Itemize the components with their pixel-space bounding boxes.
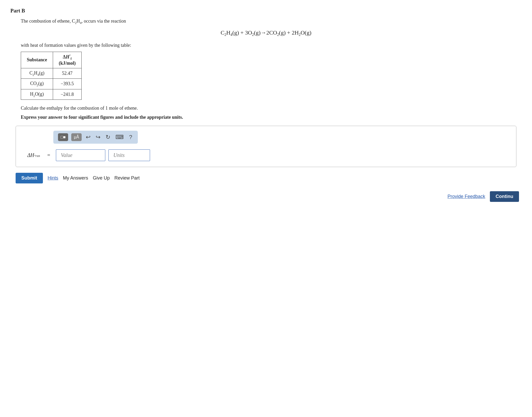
part-label: Part B bbox=[10, 8, 522, 14]
continue-button[interactable]: Continu bbox=[490, 191, 519, 202]
deltahf-h2o: −241.8 bbox=[53, 89, 82, 100]
undo-button[interactable]: ↩ bbox=[85, 133, 92, 141]
action-bar: Submit Hints My Answers Give Up Review P… bbox=[16, 172, 516, 183]
template-button[interactable]: □■ bbox=[58, 133, 68, 141]
refresh-button[interactable]: ↻ bbox=[105, 133, 111, 141]
table-row: C2H4(g) 52.47 bbox=[21, 68, 82, 79]
hints-button[interactable]: Hints bbox=[48, 175, 58, 181]
squares-icon: □■ bbox=[61, 135, 66, 140]
col-header-substance: Substance bbox=[21, 52, 53, 68]
math-toolbar: □■ μÅ ↩ ↪ ↻ ⌨ ? bbox=[53, 131, 138, 144]
give-up-text[interactable]: Give Up bbox=[93, 175, 110, 181]
help-button[interactable]: ? bbox=[128, 133, 133, 141]
submit-button[interactable]: Submit bbox=[16, 173, 43, 183]
keyboard-icon: ⌨ bbox=[115, 134, 124, 140]
substance-c2h4: C2H4(g) bbox=[21, 68, 53, 79]
equation-block: C2H4(g) + 3O2(g)→2CO2(g) + 2H2O(g) bbox=[10, 29, 522, 37]
mu-icon: μÅ bbox=[74, 135, 79, 140]
col-header-deltahf: ΔH°f(kJ/mol) bbox=[53, 52, 82, 68]
undo-icon: ↩ bbox=[86, 134, 90, 140]
my-answers-text[interactable]: My Answers bbox=[63, 175, 88, 181]
substance-h2o: H2O(g) bbox=[21, 89, 53, 100]
provide-feedback-link[interactable]: Provide Feedback bbox=[447, 194, 485, 199]
express-text: Express your answer to four significant … bbox=[21, 115, 522, 120]
value-input[interactable] bbox=[56, 149, 105, 161]
table-row: H2O(g) −241.8 bbox=[21, 89, 82, 100]
redo-icon: ↪ bbox=[96, 134, 100, 140]
refresh-icon: ↻ bbox=[106, 134, 110, 140]
units-input[interactable] bbox=[108, 149, 150, 161]
deltahf-c2h4: 52.47 bbox=[53, 68, 82, 79]
table-intro: with heat of formation values given by t… bbox=[21, 43, 522, 48]
delta-label: ΔH°rxn bbox=[27, 152, 40, 158]
table-row: CO2(g) −393.5 bbox=[21, 79, 82, 89]
substance-co2: CO2(g) bbox=[21, 79, 53, 89]
equals-sign: = bbox=[47, 152, 50, 158]
redo-button[interactable]: ↪ bbox=[95, 133, 101, 141]
deltahf-co2: −393.5 bbox=[53, 79, 82, 89]
intro-text: The combustion of ethene, C2H4, occurs v… bbox=[21, 18, 522, 25]
answer-box: □■ μÅ ↩ ↪ ↻ ⌨ ? ΔH°rxn = bbox=[16, 126, 516, 167]
keyboard-button[interactable]: ⌨ bbox=[114, 133, 125, 141]
calculate-text: Calculate the enthalpy for the combustio… bbox=[21, 105, 522, 111]
bottom-bar: Provide Feedback Continu bbox=[10, 191, 522, 202]
symbol-button[interactable]: μÅ bbox=[71, 133, 82, 141]
help-icon: ? bbox=[129, 134, 132, 140]
review-part-text[interactable]: Review Part bbox=[114, 175, 140, 181]
formation-table: Substance ΔH°f(kJ/mol) C2H4(g) 52.47 CO2… bbox=[21, 52, 82, 100]
answer-input-row: ΔH°rxn = bbox=[27, 149, 510, 161]
